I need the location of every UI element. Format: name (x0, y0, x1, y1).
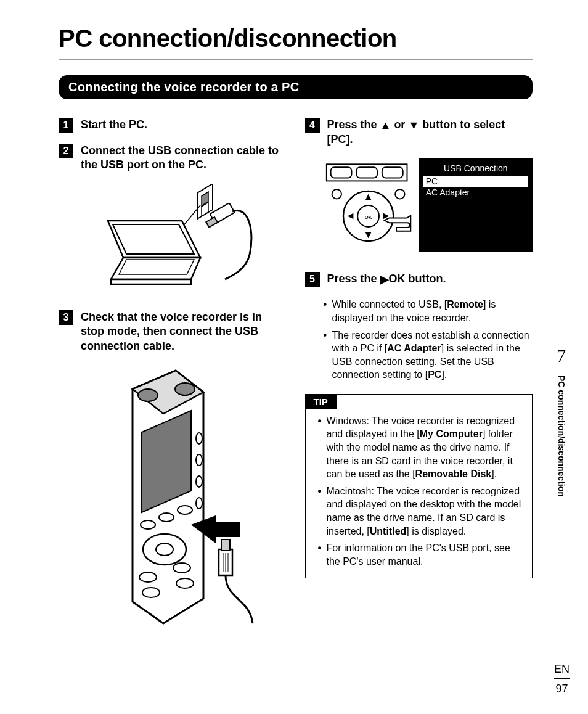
screen-item-pc: PC (423, 176, 528, 187)
step-5: 5 Press the ▶OK button. (305, 272, 533, 287)
list-item: For information on the PC's USB port, se… (318, 541, 524, 568)
svg-point-17 (196, 454, 202, 466)
list-item: While connected to USB, [Remote] is disp… (324, 298, 533, 324)
svg-point-25 (139, 572, 157, 582)
svg-point-39 (332, 189, 341, 199)
screen-item-ac-adapter: AC Adapter (423, 187, 528, 198)
svg-point-27 (142, 588, 160, 597)
step-4: 4 Press the ▲ or ▼ button to select [PC]… (305, 118, 533, 147)
svg-rect-31 (221, 540, 230, 551)
page-title: PC connection/disconnection (59, 25, 533, 52)
step-number: 3 (59, 310, 73, 325)
step-number: 2 (59, 144, 73, 158)
svg-point-18 (196, 476, 202, 487)
svg-point-22 (178, 506, 192, 514)
title-rule (59, 59, 533, 60)
svg-point-28 (176, 578, 194, 588)
step-1: 1 Start the PC. (59, 118, 287, 133)
svg-rect-38 (382, 167, 402, 178)
step5-notes: While connected to USB, [Remote] is disp… (305, 298, 533, 382)
svg-point-26 (173, 563, 190, 573)
page-number: 97 (554, 683, 570, 696)
device-controls-icon: OK (324, 158, 413, 256)
list-item: The recorder does not establish a connec… (324, 329, 533, 382)
side-tab: 7 PC connection/disconnection (553, 345, 570, 497)
language-code: EN (554, 663, 570, 679)
svg-text:OK: OK (364, 215, 372, 221)
step-text: Press the ▲ or ▼ button to select [PC]. (327, 118, 533, 147)
device-screen: USB Connection PC AC Adapter (419, 158, 533, 252)
list-item: Windows: The voice recorder is recognize… (318, 414, 524, 481)
left-column: 1 Start the PC. 2 Connect the USB connec… (59, 118, 287, 660)
step-number: 5 (305, 272, 320, 287)
svg-marker-6 (111, 258, 200, 279)
step-number: 4 (305, 118, 320, 133)
page-footer: EN 97 (554, 663, 570, 696)
laptop-illustration (59, 184, 287, 292)
step-text: Start the PC. (81, 118, 147, 132)
device-screen-row: OK USB Connection PC AC Adapter (324, 158, 533, 256)
recorder-illustration (59, 364, 287, 642)
tip-box: TIP Windows: The voice recorder is recog… (305, 394, 533, 579)
right-column: 4 Press the ▲ or ▼ button to select [PC]… (305, 118, 533, 660)
laptop-usb-icon (89, 184, 256, 292)
section-header: Connecting the voice recorder to a PC (59, 75, 533, 99)
chapter-number: 7 (553, 345, 570, 369)
side-label: PC connection/disconnection (557, 375, 566, 497)
svg-point-19 (196, 498, 202, 509)
step-3: 3 Check that the voice recorder is in st… (59, 310, 287, 353)
step-text: Check that the voice recorder is in stop… (81, 310, 287, 353)
svg-marker-7 (111, 279, 191, 284)
svg-rect-36 (330, 167, 351, 178)
triangle-down-icon: ▼ (408, 118, 419, 133)
list-item: Macintosh: The voice recorder is recogni… (318, 485, 524, 538)
triangle-right-icon: ▶ (380, 273, 389, 287)
svg-rect-10 (206, 217, 218, 228)
step-2: 2 Connect the USB connection cable to th… (59, 144, 287, 173)
step-text: Connect the USB connection cable to the … (81, 144, 287, 173)
screen-title: USB Connection (423, 162, 528, 176)
step-number: 1 (59, 118, 73, 133)
svg-point-20 (141, 520, 155, 529)
step-text: Press the ▶OK button. (327, 272, 446, 287)
tip-list: Windows: The voice recorder is recognize… (306, 414, 533, 578)
svg-point-16 (196, 433, 202, 444)
svg-point-24 (156, 543, 173, 556)
svg-point-14 (175, 383, 195, 395)
tip-label: TIP (305, 394, 337, 409)
svg-point-13 (138, 389, 158, 401)
recorder-usb-icon (83, 364, 262, 642)
svg-point-21 (159, 513, 174, 522)
triangle-up-icon: ▲ (380, 118, 391, 133)
svg-rect-37 (356, 167, 377, 178)
svg-point-40 (395, 189, 404, 199)
